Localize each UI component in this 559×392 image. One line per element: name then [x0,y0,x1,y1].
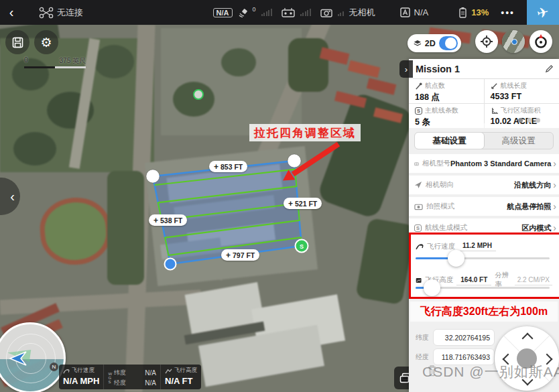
speed-icon [63,368,70,374]
2d-toggle-switch[interactable] [439,36,458,50]
tab-basic-settings[interactable]: 基础设置 [414,132,485,149]
insert-waypoint-icon: + [214,162,219,172]
rc-mode-value: N/A [414,7,429,17]
remote-controller-icon [282,7,295,17]
gps-count: 0 [253,6,256,13]
flight-altitude-icon [416,277,422,284]
camera-icon [414,160,419,168]
back-button[interactable]: ‹ [0,5,23,20]
nudge-up-button[interactable] [522,333,534,344]
layers-icon [414,39,422,48]
compass-icon [533,34,549,50]
altitude-slider[interactable] [416,287,550,289]
edge-length-top[interactable]: + 853 FT [209,161,247,172]
longitude-label: 经度 [416,352,430,362]
mission-header: Mission 1 [409,59,559,79]
latitude-input[interactable]: 32.202764195 [433,329,495,346]
edit-pencil-icon[interactable] [545,64,554,73]
chevron-right-icon: › [553,222,556,233]
stats-pagination[interactable] [518,118,540,123]
route-mode-icon: S [414,224,422,232]
battery-icon [458,7,468,18]
stat-area: 飞行区域面积 10.02 ACRE [485,104,559,128]
annotation-note: 飞行高度320ft左右为100m [410,302,558,322]
area-ruler-icon [491,107,498,115]
telemetry-bar: 飞行速度 N/A MPH WGS 纬度 N/A 经度 N/A 飞行高度 [59,365,201,389]
takeoff-button[interactable]: ✈ [527,0,559,25]
telemetry-lon-label: 经度 [114,379,126,387]
save-mission-button[interactable] [5,30,29,54]
chevron-left-icon: ‹ [10,189,15,204]
altitude-value: 164.0 FT [456,275,491,285]
speed-label: 飞行速度 [427,242,455,251]
locate-crosshair-icon [480,35,493,48]
corner-handle-bottom-left[interactable] [165,259,176,270]
flight-speed-icon [416,243,424,250]
map-scale-bar: 0 375 英尺 [24,56,86,68]
connection-status: 无连接 [57,7,83,19]
corner-handle-top-left[interactable] [146,170,160,183]
airplane-icon: ✈ [536,3,550,21]
mission-settings-button[interactable]: ⚙ [34,30,58,54]
insert-waypoint-icon: + [226,251,231,260]
telemetry-alt-label: 飞行高度 [174,367,197,375]
speed-value: 11.2 MPH [458,241,496,251]
gear-icon: ⚙ [40,36,52,49]
s-mode-icon: S [415,107,422,115]
edge-length-right[interactable]: + 521 FT [284,198,322,209]
telemetry-speed-label: 飞行速度 [72,367,95,375]
rc-mode-clipboard-icon [399,7,411,18]
edge-length-left[interactable]: + 538 FT [149,214,187,226]
flight-mode-badge: N/A [213,8,233,17]
resolution-value: 2.2 CM/PX [515,275,552,285]
save-icon [12,37,23,48]
battery-percent: 13% [471,7,489,17]
heading-icon [414,181,422,189]
scale-zero: 0 [24,56,28,66]
mission-stats: 航点数 188 点 航线长度 4533 FT S 主航线条数 5 条 飞行区域面… [409,79,559,123]
speed-slider-thumb[interactable] [448,250,464,267]
aircraft-heading-arrow [9,350,32,367]
attitude-compass-widget[interactable] [0,322,66,392]
telemetry-lat-label: 纬度 [114,369,126,377]
chevron-right-icon: › [553,158,556,169]
start-point-label: S [300,243,304,250]
gps-signal-bars [261,9,272,16]
map-2d-toggle[interactable]: 2D [408,34,461,52]
scale-distance: 375 英尺 [60,56,86,66]
altitude-slider-thumb[interactable] [424,279,440,296]
compass-north-badge: N [50,363,58,371]
edge-length-label: 853 FT [221,163,243,171]
stat-route-length: 航线长度 4533 FT [485,79,559,103]
mission-title: Mission 1 [416,64,545,74]
minimap-position-dot [511,39,517,45]
setting-photo-mode[interactable]: 拍照模式 航点悬停拍照 › [409,197,559,216]
compass-reset-button[interactable] [530,30,552,53]
minimap-button[interactable] [502,30,525,53]
setting-camera-model[interactable]: 相机型号 Phantom 3 Standard Camera › [409,154,559,173]
map-marker-green [194,90,203,99]
locate-button[interactable] [475,30,498,53]
panel-collapse-tab[interactable]: › [399,60,413,78]
insert-waypoint-icon: + [288,199,293,208]
more-menu-button[interactable]: ••• [494,7,521,18]
telemetry-lat-value: N/A [130,369,156,377]
tab-advanced-settings[interactable]: 高级设置 [484,133,553,149]
telemetry-lon-value: N/A [130,379,156,387]
chevron-right-icon: › [405,64,408,74]
mission-planner-app: S 拉托四角调整区域 + 853 FT + 521 FT + 538 FT + … [0,0,559,392]
edge-length-label: 797 FT [233,251,255,259]
speed-slider[interactable] [416,257,550,259]
settings-tabs: 基础设置 高级设置 [414,132,554,149]
edge-length-bottom[interactable]: + 797 FT [221,249,259,261]
gps-satellite-icon [238,7,249,17]
chevron-right-icon: › [553,201,556,212]
rc-signal-bars [300,9,311,16]
route-length-icon [491,82,498,90]
insert-waypoint-icon: + [153,216,158,225]
telemetry-speed-value: N/A MPH [63,376,99,386]
setting-camera-heading[interactable]: 相机朝向 沿航线方向 › [409,176,559,194]
wgs-label: WGS [108,372,112,384]
watermark: CSDN @一别如斯AA [422,363,559,381]
corner-handle-top-right[interactable] [288,154,301,168]
